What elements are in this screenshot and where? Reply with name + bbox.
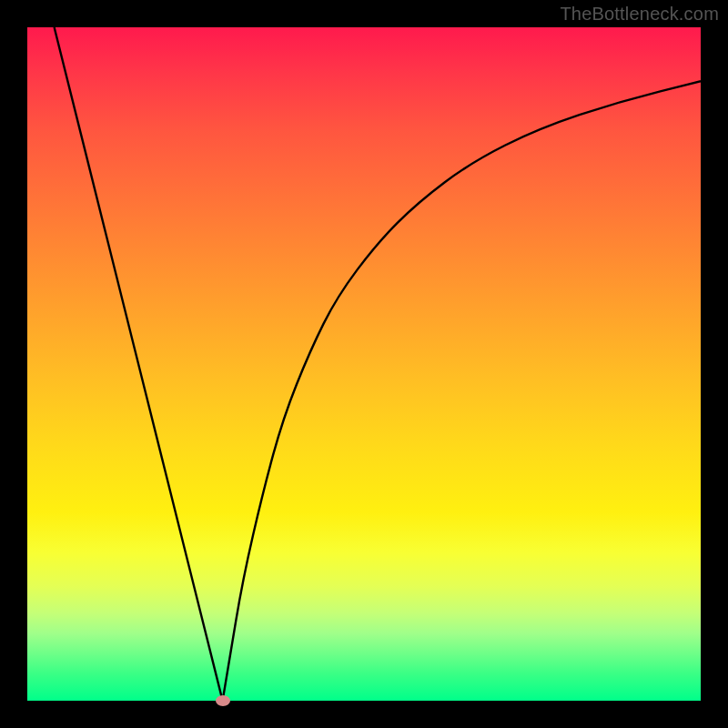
bottleneck-chart: TheBottleneck.com [0, 0, 728, 728]
plot-area [27, 27, 701, 701]
curve-left-branch [55, 27, 223, 701]
watermark-text: TheBottleneck.com [560, 4, 719, 25]
curve-right-branch [223, 81, 701, 701]
bottleneck-curve [27, 27, 701, 701]
optimum-marker [216, 695, 230, 706]
